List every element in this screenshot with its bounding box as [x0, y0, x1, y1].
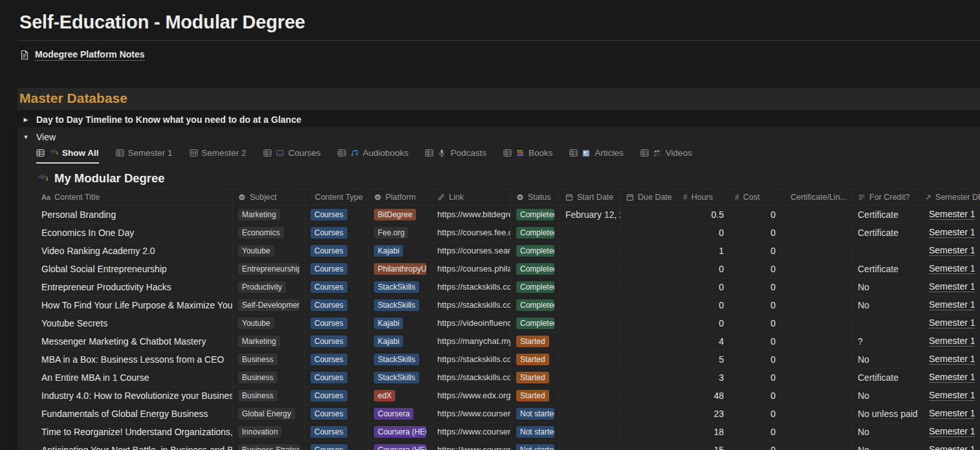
cell-certificate[interactable] — [781, 242, 853, 259]
table-row[interactable]: Messenger Marketing & Chatbot Mastery Ma… — [36, 332, 980, 350]
cell-status[interactable]: Not started — [511, 423, 560, 440]
cell-for-credit[interactable]: Certificate — [853, 369, 920, 386]
column-header-hours[interactable]: # Hours — [678, 189, 730, 205]
cell-hours[interactable]: 5 — [678, 350, 730, 368]
cell-semester-db[interactable]: Semester 1: Gl — [920, 369, 980, 386]
cell-due-date[interactable] — [621, 242, 678, 259]
table-row[interactable]: Time to Reorganize! Understand Organizat… — [36, 423, 980, 441]
cell-content-title[interactable]: Global Social Entrepreneurship — [36, 260, 233, 277]
cell-start-date[interactable]: February 12, 2020 — [560, 206, 621, 223]
cell-content-type[interactable]: Courses — [305, 332, 369, 350]
semester-page-link[interactable]: Semester 1: Gl — [925, 317, 975, 328]
semester-page-link[interactable]: Semester 1: Gl — [925, 209, 975, 220]
cell-certificate[interactable] — [781, 206, 853, 223]
table-row[interactable]: Global Social Entrepreneurship Entrepren… — [36, 260, 980, 278]
cell-subject[interactable]: Economics — [233, 224, 305, 241]
cell-content-type[interactable]: Courses — [305, 206, 369, 223]
cell-content-type[interactable]: Courses — [305, 405, 369, 422]
cell-content-title[interactable]: Youtube Secrets — [36, 314, 233, 332]
view-tab-courses[interactable]: Courses — [263, 148, 321, 164]
cell-for-credit[interactable]: Certificate — [853, 206, 920, 223]
cell-semester-db[interactable]: Semester 1: Gl — [920, 332, 980, 350]
cell-start-date[interactable] — [560, 332, 621, 350]
cell-due-date[interactable] — [621, 260, 678, 277]
cell-certificate[interactable] — [781, 278, 853, 295]
cell-status[interactable]: Not started — [511, 405, 560, 422]
cell-status[interactable]: Started — [511, 369, 560, 386]
cell-cost[interactable]: 0 — [730, 350, 781, 368]
cell-due-date[interactable] — [621, 278, 678, 295]
cell-subject[interactable]: Marketing — [233, 206, 305, 223]
column-header-content-title[interactable]: Aa Content Title — [36, 189, 233, 205]
cell-content-title[interactable]: How To Find Your Life Purpose & Maximize… — [36, 296, 233, 314]
semester-page-link[interactable]: Semester 1: Gl — [925, 408, 975, 419]
cell-hours[interactable]: 15 — [678, 441, 730, 450]
semester-page-link[interactable]: Semester 1: Gl — [925, 372, 975, 383]
cell-due-date[interactable] — [621, 441, 678, 450]
cell-hours[interactable]: 1 — [678, 242, 730, 259]
cell-semester-db[interactable]: Semester 1: Gl — [920, 224, 980, 241]
cell-status[interactable]: Completed — [511, 224, 560, 241]
cell-certificate[interactable] — [781, 260, 853, 277]
cell-start-date[interactable] — [560, 314, 621, 332]
cell-link[interactable]: https://stackskills.com, — [432, 350, 511, 368]
cell-cost[interactable]: 0 — [730, 314, 781, 332]
cell-content-title[interactable]: MBA in a Box: Business Lessons from a CE… — [36, 350, 233, 368]
cell-due-date[interactable] — [621, 369, 678, 386]
cell-certificate[interactable] — [781, 314, 853, 332]
cell-subject[interactable]: Youtube — [233, 314, 305, 332]
cell-link[interactable]: https://www.coursera. — [432, 441, 511, 450]
cell-for-credit[interactable]: No — [853, 350, 920, 368]
cell-content-type[interactable]: Courses — [305, 423, 369, 440]
view-tab-podcasts[interactable]: Podcasts — [425, 148, 486, 164]
cell-platform[interactable]: edX — [369, 387, 432, 404]
cell-content-title[interactable]: Economics In One Day — [36, 224, 233, 241]
cell-link[interactable]: https://www.coursera. — [432, 423, 511, 440]
cell-subject[interactable]: Entrepreneurship — [233, 260, 305, 277]
column-header-subject[interactable]: Subject — [233, 189, 305, 205]
cell-content-type[interactable]: Courses — [305, 441, 369, 450]
cell-platform[interactable]: Coursera (HEC) — [369, 441, 432, 450]
semester-page-link[interactable]: Semester 1: Gl — [925, 281, 975, 292]
cell-platform[interactable]: StackSkills — [369, 296, 432, 314]
cell-subject[interactable]: Productivity — [233, 278, 305, 295]
cell-start-date[interactable] — [560, 387, 621, 404]
cell-for-credit[interactable]: ? — [853, 332, 920, 350]
view-tab-semester-2[interactable]: Semester 2 — [190, 148, 246, 164]
cell-for-credit[interactable]: No — [853, 423, 920, 440]
cell-certificate[interactable] — [781, 369, 853, 386]
view-tab-articles[interactable]: Articles — [569, 148, 623, 164]
cell-certificate[interactable] — [781, 423, 853, 440]
cell-status[interactable]: Completed — [511, 242, 560, 259]
cell-platform[interactable]: BitDegree — [369, 206, 432, 223]
cell-hours[interactable]: 18 — [678, 423, 730, 440]
cell-platform[interactable]: Kajabi — [369, 314, 432, 332]
cell-subject[interactable]: Business — [233, 369, 305, 386]
cell-subject[interactable]: Self-Development — [233, 296, 305, 314]
cell-due-date[interactable] — [621, 405, 678, 422]
cell-for-credit[interactable] — [853, 314, 920, 332]
view-tab-show-all[interactable]: Show All — [36, 148, 99, 164]
cell-link[interactable]: https://www.coursera. — [432, 405, 511, 422]
cell-link[interactable]: https://stackskills.com, — [432, 296, 511, 314]
cell-status[interactable]: Completed — [511, 296, 560, 314]
cell-subject[interactable]: Innovation — [233, 423, 305, 440]
column-header-certificate[interactable]: Certificate/Lin... — [781, 189, 853, 205]
table-row[interactable]: Economics In One Day Economics Courses F… — [36, 224, 980, 242]
cell-content-title[interactable]: Messenger Marketing & Chatbot Mastery — [36, 332, 233, 350]
cell-start-date[interactable] — [560, 423, 621, 440]
cell-cost[interactable]: 0 — [730, 242, 781, 259]
cell-content-type[interactable]: Courses — [305, 314, 369, 332]
table-row[interactable]: An Entire MBA in 1 Course Business Cours… — [36, 369, 980, 387]
cell-due-date[interactable] — [621, 423, 678, 440]
cell-start-date[interactable] — [560, 405, 621, 422]
cell-due-date[interactable] — [621, 350, 678, 368]
cell-certificate[interactable] — [781, 441, 853, 450]
page-link-platform-notes[interactable]: Modegree Platform Notes — [19, 48, 980, 61]
cell-status[interactable]: Completed — [511, 314, 560, 332]
cell-content-title[interactable]: Industry 4.0: How to Revolutionize your … — [36, 387, 233, 404]
table-row[interactable]: Youtube Secrets Youtube Courses Kajabi h… — [36, 314, 980, 332]
cell-content-title[interactable]: Personal Branding — [36, 206, 233, 223]
cell-semester-db[interactable]: Semester 1: Gl — [920, 441, 980, 450]
cell-semester-db[interactable]: Semester 1: Gl — [920, 387, 980, 404]
